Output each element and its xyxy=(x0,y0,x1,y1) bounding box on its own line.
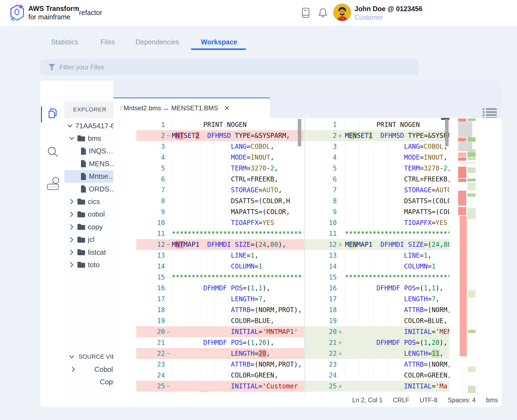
diff-line-right-4[interactable]: 4 MODE=INOUT, xyxy=(305,152,449,163)
code-text: STORAGE=AUTO, xyxy=(345,185,449,196)
diff-line-left-23[interactable]: 23 ATTRB=(NORM,PROT), xyxy=(113,359,304,370)
search-icon[interactable] xyxy=(46,145,59,158)
diff-line-left-20[interactable]: 20− INITIAL='MNTMAP1' xyxy=(113,326,304,337)
files-view-icon[interactable] xyxy=(46,107,59,120)
diff-line-left-14[interactable]: 14 COLUMN=1 xyxy=(113,261,304,272)
diff-line-left-12[interactable]: 12−MNTMAP1 DFHMDI SIZE=(24,80), xyxy=(113,239,304,250)
tree-item-cics[interactable]: cics xyxy=(64,195,117,208)
tree-item-label: cics xyxy=(88,197,100,206)
line-number: 21 xyxy=(318,337,337,348)
diff-overview-ruler[interactable] xyxy=(458,118,476,394)
diff-line-right-11[interactable]: 11*************************** xyxy=(305,228,449,239)
diff-line-left-1[interactable]: 1 PRINT NOGEN xyxy=(113,119,304,130)
diff-editor-tab[interactable]: : Mntset2.bms ↔ MENSET1.BMS ✕ xyxy=(113,98,270,118)
line-number: 25 xyxy=(146,381,165,392)
diff-line-right-17[interactable]: 17 LENGTH=7, xyxy=(305,294,449,305)
tab-close-icon[interactable]: ✕ xyxy=(224,104,230,112)
diff-line-right-15[interactable]: 15*************************** xyxy=(305,272,449,283)
diff-line-left-16[interactable]: 16 DFHMDF POS=(1,1), xyxy=(113,283,304,294)
tree-item-listcat[interactable]: listcat xyxy=(64,246,117,258)
line-number: 18 xyxy=(146,305,165,315)
diff-line-left-22[interactable]: 22− LENGTH=20, xyxy=(113,348,304,359)
diff-line-left-2[interactable]: 2−MNTSET2 DFHMSD TYPE=&SYSPARM, xyxy=(113,130,304,141)
vertical-scrollbar[interactable] xyxy=(298,119,301,146)
tree-item-71aa5417-66[interactable]: 71AA5417-66… xyxy=(64,120,116,132)
diff-line-right-25[interactable]: 25+ INITIAL='Ma xyxy=(305,381,449,392)
diff-line-right-21[interactable]: 21+ DFHMDF POS=(1,20), xyxy=(305,337,449,348)
diff-line-right-10[interactable]: 10 TIOAPFX=YES xyxy=(305,217,449,228)
diff-line-right-2[interactable]: 2+MENSET1 DFHMSD TYPE=&SYSPARM, xyxy=(305,130,449,141)
nav-tab-statistics[interactable]: Statistics xyxy=(51,38,78,46)
diff-line-left-10[interactable]: 10 TIOAPFX=YES xyxy=(113,217,304,228)
ruler-mark xyxy=(458,118,466,121)
diff-line-right-8[interactable]: 8 DSATTS=(COLOR,H xyxy=(305,196,449,206)
diff-line-right-9[interactable]: 9 MAPATTS=(COLOR, xyxy=(305,206,449,217)
diff-line-right-19[interactable]: 19 COLOR=BLUE, xyxy=(305,315,449,326)
code-text: ATTRB=(NORM,PROT), xyxy=(172,305,302,315)
editor-margin xyxy=(477,118,502,394)
diff-line-right-24[interactable]: 24 COLOR=GREEN, xyxy=(305,370,449,381)
diff-line-right-16[interactable]: 16 DFHMDF POS=(1,1), xyxy=(305,283,449,294)
diff-line-left-8[interactable]: 8 DSATTS=(COLOR,H xyxy=(113,196,304,206)
tree-item-copy[interactable]: copy xyxy=(64,221,117,233)
diff-pane-modified[interactable]: 1 PRINT NOGEN2+MENSET1 DFHMSD TYPE=&SYSP… xyxy=(305,118,449,394)
diff-line-right-12[interactable]: 12+MENMAP1 DFHMDI SIZE=(24,80), xyxy=(305,239,449,250)
source-view-item-source-view[interactable]: SOURCE VIEW xyxy=(64,351,117,363)
nav-tab-files[interactable]: Files xyxy=(100,38,115,46)
diff-line-right-5[interactable]: 5 TERM=3270-2, xyxy=(305,163,449,174)
status-item-spaces-4[interactable]: Spaces: 4 xyxy=(448,397,476,404)
diff-line-left-9[interactable]: 9 MAPATTS=(COLOR, xyxy=(113,206,304,217)
diff-line-left-19[interactable]: 19 COLOR=BLUE, xyxy=(113,315,304,326)
diff-line-left-15[interactable]: 15********************************* xyxy=(113,272,304,283)
diff-line-left-7[interactable]: 7 STORAGE=AUTO, xyxy=(113,185,304,196)
diff-line-left-6[interactable]: 6 CTRL=FREEKB, xyxy=(113,174,304,185)
docs-icon[interactable] xyxy=(301,7,310,19)
diff-line-left-17[interactable]: 17 LENGTH=7, xyxy=(113,294,304,305)
tree-item-cobol[interactable]: cobol xyxy=(64,208,117,221)
tree-item-toto[interactable]: toto xyxy=(64,258,117,271)
diff-line-right-18[interactable]: 18 ATTRB=(NORM,PROT), xyxy=(305,305,449,315)
user-name[interactable]: John Doe @ 0123456 xyxy=(354,5,423,13)
diff-line-left-25[interactable]: 25− INITIAL='Customer xyxy=(113,381,304,392)
diff-line-right-23[interactable]: 23 ATTRB=(NORM,PROT), xyxy=(305,359,449,370)
source-view-item-cobol[interactable]: Cobol xyxy=(64,363,119,376)
diff-line-left-21[interactable]: 21 DFHMDF POS=(1,20), xyxy=(113,337,304,348)
code-text: *************************** xyxy=(345,228,449,239)
diff-line-left-3[interactable]: 3 LANG=COBOL, xyxy=(113,141,304,152)
file-icon xyxy=(80,185,89,193)
diff-line-left-18[interactable]: 18 ATTRB=(NORM,PROT), xyxy=(113,305,304,315)
keyboard-input-icon[interactable] xyxy=(46,176,59,189)
code-text: TIOAPFX=YES xyxy=(345,217,447,228)
diff-line-right-20[interactable]: 20+ INITIAL='MENMAP1' xyxy=(305,326,449,337)
diff-line-left-4[interactable]: 4 MODE=INOUT, xyxy=(113,152,304,163)
status-item-bms[interactable]: bms xyxy=(486,397,498,404)
diff-line-left-24[interactable]: 24 COLOR=GREEN, xyxy=(113,370,304,381)
diff-line-right-3[interactable]: 3 LANG=COBOL, xyxy=(305,141,449,152)
diff-line-right-1[interactable]: 1 PRINT NOGEN xyxy=(305,119,449,130)
diff-line-left-5[interactable]: 5 TERM=3270-2, xyxy=(113,163,304,174)
diff-pane-original[interactable]: 1 PRINT NOGEN2−MNTSET2 DFHMSD TYPE=&SYSP… xyxy=(113,118,304,394)
vertical-scrollbar[interactable] xyxy=(445,119,449,146)
chevron-down-icon xyxy=(68,135,75,142)
diff-line-right-13[interactable]: 13 LINE=1, xyxy=(305,250,449,261)
status-item-crlf[interactable]: CRLF xyxy=(393,397,409,404)
diff-line-right-14[interactable]: 14 COLUMN=1 xyxy=(305,261,449,272)
status-item-ln-2-col-1[interactable]: Ln 2, Col 1 xyxy=(352,397,383,404)
tree-item-jcl[interactable]: jcl xyxy=(64,233,117,246)
user-avatar[interactable] xyxy=(333,4,351,22)
diff-line-right-22[interactable]: 22+ LENGTH=11, xyxy=(305,348,449,359)
diff-line-left-13[interactable]: 13 LINE=1, xyxy=(113,250,304,261)
file-icon xyxy=(80,172,89,181)
bell-icon[interactable] xyxy=(318,7,328,19)
code-text: TERM=3270-2, xyxy=(172,163,278,174)
line-number: 1 xyxy=(146,119,165,130)
ruler-mark xyxy=(458,167,466,178)
ruler-mark xyxy=(467,193,476,197)
diff-line-left-11[interactable]: 11********************************* xyxy=(113,228,304,239)
diff-line-right-7[interactable]: 7 STORAGE=AUTO, xyxy=(305,185,449,196)
tree-item-bms[interactable]: bms xyxy=(64,132,117,145)
nav-tab-workspace[interactable]: Workspace xyxy=(201,38,237,46)
nav-tab-dependencies[interactable]: Dependencies xyxy=(136,38,179,46)
status-item-utf-8[interactable]: UTF-8 xyxy=(420,397,437,404)
diff-line-right-6[interactable]: 6 CTRL=FREEKB, xyxy=(305,174,449,185)
